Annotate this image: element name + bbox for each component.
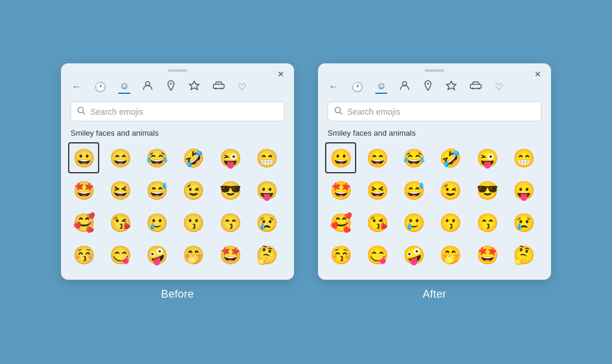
vehicle-nav-icon[interactable] — [469, 80, 483, 93]
svg-point-9 — [427, 83, 429, 85]
emoji-cell[interactable]: 😗 — [435, 207, 466, 238]
emoji-cell[interactable]: 😜 — [215, 142, 246, 173]
emoji-cell[interactable]: 😘 — [105, 207, 136, 238]
emoji-cell[interactable]: 🤪 — [142, 239, 173, 270]
food-nav-icon[interactable] — [188, 79, 201, 94]
before-label: Before — [161, 288, 194, 301]
before-emoji-panel: ✕ ← 🕐 ☺ — [61, 63, 294, 280]
emoji-cell[interactable]: 🤔 — [509, 239, 540, 270]
after-emoji-panel: ✕ ← 🕐 ☺ — [318, 63, 551, 280]
before-search-box[interactable]: Search emojis — [71, 102, 284, 121]
emoji-cell[interactable]: 🤩 — [472, 239, 503, 270]
emoji-cell[interactable]: 😙 — [215, 207, 246, 238]
emoji-cell[interactable]: 😎 — [215, 175, 246, 206]
before-titlebar: ✕ — [61, 63, 294, 75]
search-placeholder: Search emojis — [347, 107, 400, 117]
history-icon[interactable]: 🕐 — [350, 80, 365, 94]
emoji-cell[interactable]: 🤭 — [178, 239, 209, 270]
smiley-nav-icon[interactable]: ☺ — [118, 79, 130, 94]
emoji-cell[interactable]: 😀 — [68, 142, 99, 173]
after-nav-bar: ← 🕐 ☺ — [318, 75, 551, 94]
emoji-cell[interactable]: 😂 — [399, 142, 430, 173]
before-emoji-grid: 😀 😄 😂 🤣 😜 😁 🤩 😆 😅 😉 😎 😛 🥰 😘 🥲 😗 😙 — [61, 142, 294, 270]
back-icon[interactable]: ← — [328, 80, 339, 93]
emoji-cell[interactable]: 😋 — [362, 239, 393, 270]
emoji-cell[interactable]: 😋 — [105, 239, 136, 270]
close-button[interactable]: ✕ — [533, 69, 543, 79]
emoji-cell[interactable]: 😎 — [472, 175, 503, 206]
before-nav-bar: ← 🕐 ☺ — [61, 75, 294, 94]
people-nav-icon[interactable] — [141, 79, 154, 94]
after-search-box[interactable]: Search emojis — [328, 102, 541, 121]
emoji-cell[interactable]: 🥰 — [325, 207, 356, 238]
drag-handle — [425, 69, 444, 72]
vehicle-nav-icon[interactable] — [212, 80, 226, 93]
emoji-cell[interactable]: 😗 — [178, 207, 209, 238]
emoji-cell[interactable]: 🤩 — [325, 175, 356, 206]
before-panel-wrapper: ✕ ← 🕐 ☺ — [61, 63, 294, 301]
svg-rect-3 — [213, 84, 224, 88]
drag-handle — [168, 69, 187, 72]
location-nav-icon[interactable] — [165, 79, 177, 94]
emoji-cell[interactable]: 😅 — [399, 175, 430, 206]
emoji-cell[interactable]: 😉 — [435, 175, 466, 206]
emoji-cell[interactable]: 😂 — [142, 142, 173, 173]
emoji-cell[interactable]: 😜 — [472, 142, 503, 173]
emoji-cell[interactable]: 😛 — [252, 175, 283, 206]
history-icon[interactable]: 🕐 — [93, 80, 108, 94]
emoji-cell[interactable]: 🤭 — [435, 239, 466, 270]
emoji-cell[interactable]: 😢 — [509, 207, 540, 238]
emoji-cell[interactable]: 🤣 — [435, 142, 466, 173]
emoji-cell[interactable]: 😆 — [105, 175, 136, 206]
emoji-cell[interactable]: 😄 — [362, 142, 393, 173]
svg-line-15 — [340, 112, 342, 115]
before-section-title: Smiley faces and animals — [61, 126, 294, 142]
svg-rect-11 — [470, 84, 481, 88]
svg-point-1 — [170, 83, 172, 85]
emoji-cell[interactable]: 😉 — [178, 175, 209, 206]
svg-point-5 — [221, 88, 223, 90]
back-icon[interactable]: ← — [71, 80, 82, 93]
emoji-cell[interactable]: 😄 — [105, 142, 136, 173]
after-emoji-grid: 😀 😄 😂 🤣 😜 😁 🤩 😆 😅 😉 😎 😛 🥰 😘 🥲 😗 😙 — [318, 142, 551, 270]
emoji-cell[interactable]: 🤩 — [68, 175, 99, 206]
search-placeholder: Search emojis — [90, 107, 143, 117]
emoji-cell[interactable]: 🤔 — [252, 239, 283, 270]
svg-line-7 — [83, 112, 85, 115]
emoji-cell[interactable]: 🥰 — [68, 207, 99, 238]
search-icon — [334, 106, 342, 117]
svg-point-13 — [478, 88, 480, 90]
svg-point-12 — [472, 88, 474, 90]
heart-nav-icon[interactable]: ♡ — [237, 80, 247, 94]
after-section-title: Smiley faces and animals — [318, 126, 551, 142]
emoji-cell[interactable]: 😢 — [252, 207, 283, 238]
svg-point-4 — [215, 88, 217, 90]
emoji-cell[interactable]: 🤩 — [215, 239, 246, 270]
emoji-cell[interactable]: 🥲 — [142, 207, 173, 238]
emoji-cell[interactable]: 😀 — [325, 142, 356, 173]
svg-marker-10 — [446, 81, 456, 90]
food-nav-icon[interactable] — [445, 79, 458, 94]
svg-marker-2 — [189, 81, 199, 90]
after-titlebar: ✕ — [318, 63, 551, 75]
emoji-cell[interactable]: 😚 — [68, 239, 99, 270]
panels-container: ✕ ← 🕐 ☺ — [61, 63, 551, 301]
emoji-cell[interactable]: 😙 — [472, 207, 503, 238]
smiley-nav-icon[interactable]: ☺ — [375, 79, 387, 94]
emoji-cell[interactable]: 😁 — [509, 142, 540, 173]
emoji-cell[interactable]: 😅 — [142, 175, 173, 206]
emoji-cell[interactable]: 😛 — [509, 175, 540, 206]
after-panel-wrapper: ✕ ← 🕐 ☺ — [318, 63, 551, 301]
location-nav-icon[interactable] — [422, 79, 434, 94]
after-label: After — [423, 288, 446, 301]
heart-nav-icon[interactable]: ♡ — [494, 80, 504, 94]
emoji-cell[interactable]: 😁 — [252, 142, 283, 173]
emoji-cell[interactable]: 😚 — [325, 239, 356, 270]
emoji-cell[interactable]: 😆 — [362, 175, 393, 206]
people-nav-icon[interactable] — [398, 79, 411, 94]
emoji-cell[interactable]: 🤣 — [178, 142, 209, 173]
emoji-cell[interactable]: 🤪 — [399, 239, 430, 270]
emoji-cell[interactable]: 😘 — [362, 207, 393, 238]
close-button[interactable]: ✕ — [276, 69, 286, 79]
emoji-cell[interactable]: 🥲 — [399, 207, 430, 238]
